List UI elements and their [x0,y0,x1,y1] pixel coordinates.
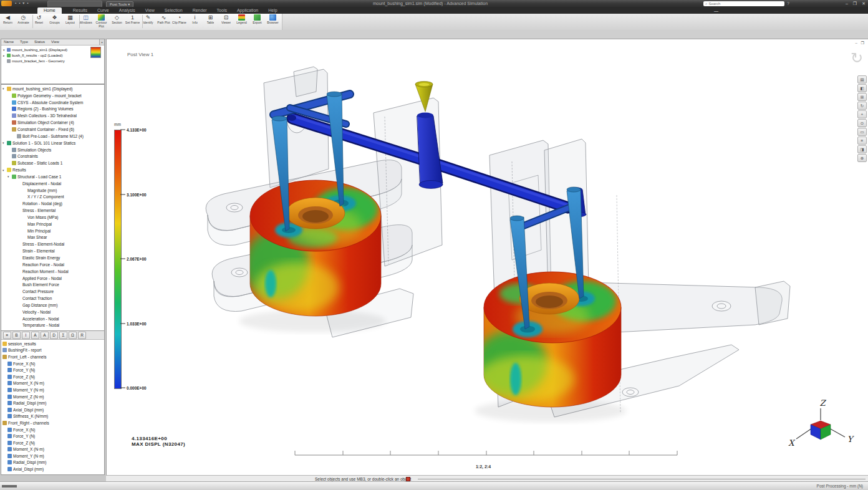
tree-item[interactable]: Mesh Collectors - 3D Tetrahedral [1,112,104,119]
view-tool-button[interactable]: ▤ [857,75,867,84]
channel-item[interactable]: Axial_Displ (mm) [1,466,104,473]
view-tool-button[interactable]: + [857,110,867,118]
channel-item[interactable]: Radial_Displ (mm) [1,459,104,466]
tree-item[interactable]: Strain - Elemental [1,247,104,254]
toolbar-button[interactable]: ◔ Clip Plane [171,14,187,31]
file-row[interactable]: ▾ mount_bushing_sim1 (Displayed) [1,47,104,52]
orientation-triad[interactable]: Z X Y [788,398,854,448]
toolbar-button[interactable]: ◇ Section [109,14,125,31]
menu-item[interactable]: Curve [97,7,109,14]
quick-access-icon[interactable]: ▾ [22,1,24,6]
view-tool-button[interactable]: ◧ [857,84,867,92]
post-toolbar-button[interactable]: ≡ [3,332,11,339]
menu-item[interactable]: Application [237,7,258,14]
tree-item[interactable]: Reaction Force - Nodal [1,261,104,268]
post-toolbar-button[interactable]: B [12,332,21,339]
tree-item[interactable]: Temperature - Nodal [1,322,104,329]
channel-item[interactable]: Moment_X (N·m) [1,380,104,387]
channel-item[interactable]: Moment_Y (N·m) [1,387,104,393]
post-toolbar-button[interactable]: Ω [69,332,77,339]
toolbar-button[interactable]: ❖ Groups [47,14,62,31]
tree-item[interactable]: Elastic Strain Energy [1,254,104,261]
post-toolbar-button[interactable]: I [22,332,30,339]
channel-item[interactable]: Force_Z (N) [1,373,104,380]
file-list-header[interactable]: Type [20,39,28,45]
window-control-button[interactable]: – [846,1,848,6]
expander-icon[interactable]: ▾ [7,175,12,178]
post-toolbar-button[interactable]: R [78,332,86,339]
bushing-right[interactable] [475,272,621,407]
expander-icon[interactable]: ▾ [2,87,7,90]
tree-item[interactable]: Max Shear [1,234,104,241]
toolbar-button[interactable]: ⊞ Table [203,14,218,31]
view-tool-button[interactable]: ≡ [857,137,867,145]
graphics-viewport[interactable]: 1:2, 2:4 Z X Y Post View 1 ‒ ❐ ↻ [106,39,868,476]
menu-item[interactable]: Results [73,7,87,14]
tree-item[interactable]: Simulation Objects [1,147,104,153]
tree-item[interactable]: Contact Traction [1,295,104,302]
spin-rotate-icon[interactable]: ↻ [851,49,863,67]
view-tool-button[interactable]: ⊞ [857,93,867,101]
toolbar-button[interactable]: 1 Set Frame [125,14,140,31]
toolbar-button[interactable]: ◀ Return [0,14,16,31]
tree-item[interactable]: Gap Distance (mm) [1,302,104,309]
menu-item[interactable]: Analysis [119,7,135,14]
viewport-window-controls[interactable]: ‒ ❐ [856,41,866,45]
toolbar-button[interactable]: ∿ Path Plot [156,14,171,31]
stop-icon[interactable] [406,477,410,481]
tree-item[interactable]: Applied Force - Nodal [1,275,104,282]
tree-item[interactable]: CSYS - Absolute Coordinate System [1,99,104,106]
channel-item[interactable]: Force_Y (N) [1,367,104,373]
menu-item[interactable]: Render [193,7,207,14]
post-toolbar-button[interactable]: A [41,332,49,339]
toolbar-button[interactable]: ▦ Layout [62,14,78,31]
channel-item[interactable]: Axial_Displ (mm) [1,406,104,413]
channel-item[interactable]: Radial_Displ (mm) [1,400,104,406]
post-toolbar-button[interactable]: D [50,332,58,339]
toolbar-button[interactable]: Browser [265,14,281,31]
tab-home[interactable]: Home [37,7,62,14]
toolbar-button[interactable]: Export [249,14,265,31]
channel-item[interactable]: Front_Right - channels [1,420,104,426]
post-toolbar-button[interactable]: A [31,332,39,339]
toolbar-button[interactable]: ⊡ Viewer [218,14,234,31]
channel-item[interactable]: Moment_Z (N·m) [1,393,104,400]
channel-item[interactable]: Von_Mises (MPa) [1,473,104,474]
view-tool-button[interactable]: ▭ [857,128,867,136]
menu-item[interactable]: Help [268,7,277,14]
tree-item[interactable]: ▾ Results [1,166,104,173]
window-control-button[interactable]: ❐ [853,1,857,6]
file-row[interactable]: ▸ bush_fl_results - op2 (Loaded) [1,52,104,58]
file-list-header[interactable]: View [51,39,59,45]
tree-item[interactable]: Von Mises (MPa) [1,214,104,221]
channel-item[interactable]: Force_Y (N) [1,433,104,440]
tree-item[interactable]: Contact Pressure [1,288,104,295]
tree-item[interactable]: Max Principal [1,221,104,228]
tree-item[interactable]: Velocity - Nodal [1,309,104,315]
tree-item[interactable]: X / Y / Z Component [1,194,104,201]
view-tool-button[interactable]: ⊙ [857,119,867,127]
tree-item[interactable]: Stress - Element-Nodal [1,241,104,247]
toolbar-button[interactable]: Legend [234,14,249,31]
command-search[interactable]: ⌕ [703,1,784,6]
tree-item[interactable]: Reaction Moment - Nodal [1,268,104,275]
quick-access-icon[interactable]: ▪ [27,1,28,6]
tree-item[interactable]: Constraints [1,153,104,160]
tree-item[interactable]: ▾ mount_bushing_sim1 (Displayed) [1,85,104,92]
tree-item[interactable]: ▾ Solution 1 - SOL 101 Linear Statics [1,140,104,147]
toolbar-button[interactable]: Contour Plot [94,14,109,31]
workspace-dropdown[interactable]: Post Tools ▾ [106,1,133,7]
channel-item[interactable]: Moment_X (N·m) [1,446,104,453]
tree-item[interactable]: Rotation - Nodal (deg) [1,200,104,207]
channel-item[interactable]: Front_Left - channels [1,353,104,360]
bushing-left[interactable] [244,180,381,316]
channel-item[interactable]: Force_X (N) [1,360,104,367]
view-tool-button[interactable]: ◨ [857,145,867,153]
tree-item[interactable]: Bolt Pre-Load - Subframe M12 (4) [1,133,104,140]
menu-item[interactable]: Selection [165,7,183,14]
toolbar-button[interactable]: i Info [187,14,203,31]
tree-item[interactable]: Stress - Elemental [1,207,104,214]
search-input[interactable] [708,1,783,6]
window-control-button[interactable]: ✕ [862,1,866,6]
result-thumbnail[interactable] [90,47,101,58]
